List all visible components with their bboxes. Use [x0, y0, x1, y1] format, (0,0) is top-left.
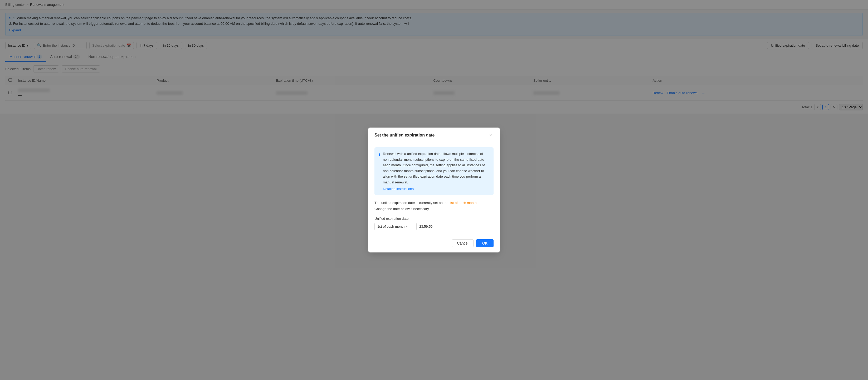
modal-info-box: ℹ Renewal with a unified expiration date… [374, 147, 494, 195]
modal-info-icon: ℹ [379, 151, 380, 192]
cancel-button[interactable]: Cancel [452, 239, 473, 247]
ok-button[interactable]: OK [476, 239, 494, 247]
modal-footer: Cancel OK [368, 235, 500, 252]
modal-desc-line1: The unified expiration date is currently… [374, 201, 448, 205]
modal-body: ℹ Renewal with a unified expiration date… [368, 142, 500, 235]
date-select-value: 1st of each month [377, 224, 404, 228]
modal-overlay: Set the unified expiration date × ℹ Rene… [0, 0, 868, 380]
close-icon[interactable]: × [488, 132, 494, 138]
modal-field-label: Unified expiration date [374, 217, 494, 221]
modal-title: Set the unified expiration date [374, 133, 435, 137]
time-value: 23:59:59 [419, 223, 433, 230]
modal-desc-line3: Change the date below if necessary. [374, 207, 430, 211]
modal-info-text: Renewal with a unified expiration date a… [383, 152, 485, 184]
modal-desc-period: . [477, 201, 478, 205]
modal-dialog: Set the unified expiration date × ℹ Rene… [368, 128, 500, 252]
detailed-instructions-link[interactable]: Detailed instructions [383, 186, 414, 192]
date-select-dropdown[interactable]: 1st of each month ▾ [374, 223, 416, 230]
modal-field-row: 1st of each month ▾ 23:59:59 [374, 223, 494, 230]
chevron-down-icon: ▾ [406, 225, 408, 228]
modal-description: The unified expiration date is currently… [374, 200, 494, 212]
modal-current-date-highlight: 1st of each month [449, 201, 476, 205]
modal-header: Set the unified expiration date × [368, 128, 500, 142]
